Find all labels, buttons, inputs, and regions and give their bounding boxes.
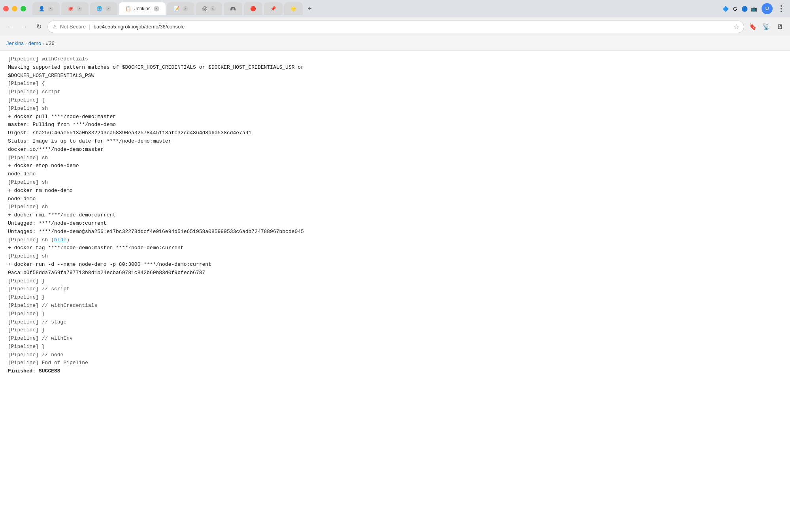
hide-link[interactable]: hide (54, 237, 66, 243)
console-line: Untagged: ****/node-demo:current (8, 220, 782, 228)
console-line: [Pipeline] sh (8, 105, 782, 113)
tab-close-active[interactable]: × (154, 6, 159, 11)
console-line: + docker rm node-demo (8, 187, 782, 195)
reload-button[interactable]: ↻ (33, 21, 44, 32)
separator: | (89, 24, 91, 30)
address-bar[interactable]: ⚠ Not Secure | bac4e5a5.ngrok.io/job/dem… (47, 21, 744, 33)
console-line: + docker rmi ****/node-demo:current (8, 211, 782, 220)
tab-favicon-9: 🌟 (290, 6, 296, 11)
console-line: [Pipeline] // withCredentials (8, 302, 782, 310)
console-line: [Pipeline] } (8, 310, 782, 318)
tab-inactive-4[interactable]: 📝 × (167, 2, 194, 15)
breadcrumb-jenkins[interactable]: Jenkins (6, 40, 24, 46)
tab-inactive-6[interactable]: 🎮 (224, 2, 242, 15)
tab-bar: 👤 × 🐙 × 🌐 × 📋 Jenkins × 📝 × Ⓜ × 🎮 🔴 (0, 0, 790, 17)
bookmark-button[interactable]: 🔖 (747, 21, 758, 32)
console-line: [Pipeline] sh (8, 252, 782, 261)
tab-favicon: 👤 (39, 6, 45, 11)
console-line: [Pipeline] } (8, 293, 782, 302)
tab-active-jenkins[interactable]: 📋 Jenkins × (119, 2, 166, 15)
tab-inactive-7[interactable]: 🔴 (244, 2, 262, 15)
console-line: [Pipeline] End of Pipeline (8, 359, 782, 367)
address-bar-actions: ☆ (733, 23, 739, 30)
console-line: Status: Image is up to date for ****/nod… (8, 137, 782, 146)
console-line: [Pipeline] sh (8, 179, 782, 187)
console-line: node-demo (8, 170, 782, 179)
console-line: [Pipeline] { (8, 80, 782, 88)
tab-close-btn-4[interactable]: × (183, 6, 188, 11)
ext-icon-2[interactable]: G (731, 4, 739, 13)
ext-icon-3[interactable]: 🔵 (740, 4, 749, 13)
console-line: [Pipeline] { (8, 96, 782, 105)
tab-favicon-3: 🌐 (96, 6, 102, 11)
console-line: + docker run -d --name node-demo -p 80:3… (8, 261, 782, 269)
tab-inactive-5[interactable]: Ⓜ × (196, 2, 222, 15)
back-button[interactable]: ← (5, 21, 16, 32)
screenshot-button[interactable]: 🖥 (774, 21, 785, 32)
tab-favicon-7: 🔴 (250, 6, 256, 11)
console-line: Untagged: ****/node-demo@sha256:e17bc322… (8, 228, 782, 236)
breadcrumb-sep-2: › (43, 41, 44, 46)
console-line: [Pipeline] withCredentials (8, 55, 782, 64)
tab-close-btn[interactable]: × (48, 6, 53, 11)
breadcrumb-bar: Jenkins › demo › #36 (0, 36, 790, 51)
console-line: docker.io/****/node-demo:master (8, 146, 782, 154)
tab-close-btn-5[interactable]: × (210, 6, 216, 11)
three-dots-icon (781, 5, 782, 12)
tab-inactive-3[interactable]: 🌐 × (90, 2, 117, 15)
tab-close-btn-2[interactable]: × (77, 6, 82, 11)
console-line: [Pipeline] } (8, 343, 782, 351)
console-line: node-demo (8, 195, 782, 203)
tab-inactive-2[interactable]: 🐙 × (61, 2, 89, 15)
tab-favicon-5: Ⓜ (202, 6, 207, 12)
address-bar-row: ← → ↻ ⚠ Not Secure | bac4e5a5.ngrok.io/j… (0, 17, 790, 36)
profile-button[interactable]: U (762, 3, 773, 14)
tab-favicon-8: 📌 (270, 6, 276, 11)
console-line: Finished: SUCCESS (8, 367, 782, 376)
console-line: + docker pull ****/node-demo:master (8, 113, 782, 121)
not-secure-label: Not Secure (60, 24, 86, 30)
console-line: [Pipeline] sh (hide) (8, 236, 782, 244)
breadcrumb-build: #36 (46, 40, 55, 46)
chrome-menu-button[interactable] (776, 3, 787, 14)
breadcrumb-sep-1: › (25, 41, 27, 46)
console-line: [Pipeline] script (8, 88, 782, 96)
console-line: [Pipeline] } (8, 277, 782, 286)
traffic-lights (3, 6, 26, 11)
console-line: [Pipeline] sh (8, 154, 782, 162)
console-line: + docker tag ****/node-demo:master ****/… (8, 244, 782, 252)
maximize-button[interactable] (21, 6, 26, 11)
console-line: [Pipeline] // withEnv (8, 335, 782, 343)
forward-button[interactable]: → (19, 21, 30, 32)
console-line: Masking supported pattern matches of $DO… (8, 64, 782, 72)
console-line: [Pipeline] } (8, 326, 782, 335)
tab-inactive-8[interactable]: 📌 (264, 2, 283, 15)
ext-icon-4[interactable]: 📺 (750, 4, 758, 13)
tab-favicon-6: 🎮 (230, 6, 236, 11)
tab-favicon-jenkins: 📋 (125, 6, 131, 11)
url-text: bac4e5a5.ngrok.io/job/demo/36/console (94, 24, 185, 30)
cast-button[interactable]: 📡 (761, 21, 772, 32)
console-line: [Pipeline] // node (8, 351, 782, 359)
security-warning-icon: ⚠ (53, 24, 57, 30)
tab-inactive-1[interactable]: 👤 × (32, 2, 60, 15)
console-line: + docker stop node-demo (8, 162, 782, 170)
console-line: [Pipeline] // stage (8, 318, 782, 327)
console-line: [Pipeline] // script (8, 285, 782, 293)
console-output: [Pipeline] withCredentialsMasking suppor… (0, 51, 790, 532)
breadcrumb-demo[interactable]: demo (28, 40, 41, 46)
extension-icons: 🔷 G 🔵 📺 (721, 4, 758, 13)
bookmark-star-icon[interactable]: ☆ (733, 23, 739, 30)
add-tab-button[interactable]: + (304, 3, 315, 14)
close-button[interactable] (3, 6, 9, 11)
tab-favicon-2: 🐙 (68, 6, 74, 11)
tab-close-btn-3[interactable]: × (106, 6, 111, 11)
tab-inactive-9[interactable]: 🌟 (284, 2, 303, 15)
console-line: $DOCKER_HOST_CREDENTIALS_PSW (8, 72, 782, 80)
ext-icon-1[interactable]: 🔷 (721, 4, 730, 13)
tab-label: Jenkins (134, 6, 151, 11)
browser-window: 👤 × 🐙 × 🌐 × 📋 Jenkins × 📝 × Ⓜ × 🎮 🔴 (0, 0, 790, 532)
console-line: master: Pulling from ****/node-demo (8, 121, 782, 129)
console-line: Digest: sha256:46ae5513a0b3322d3ca58390e… (8, 129, 782, 137)
minimize-button[interactable] (12, 6, 17, 11)
